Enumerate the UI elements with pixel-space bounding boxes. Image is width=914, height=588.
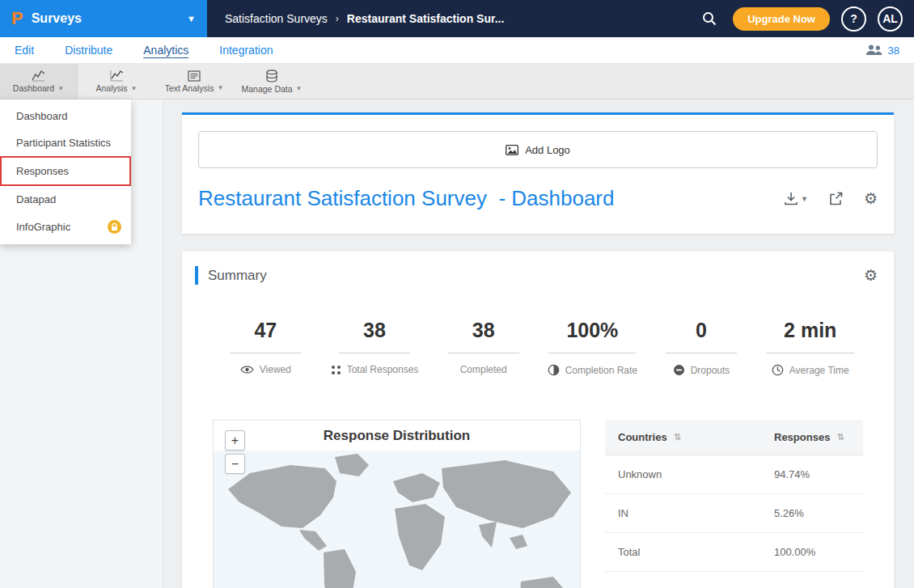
chevron-down-icon: ▼ [187, 14, 196, 23]
chevron-down-icon: ▼ [296, 85, 303, 92]
people-icon [866, 44, 882, 56]
upgrade-now-button[interactable]: Upgrade Now [733, 7, 830, 31]
sort-icon: ⇅ [836, 432, 844, 442]
menu-item-datapad[interactable]: Datapad [0, 186, 131, 213]
response-distribution-map: + − Response Distribution [213, 420, 581, 588]
summary-stats: 47 Viewed 38 [182, 319, 894, 376]
country-cell: Total [605, 533, 774, 571]
menu-item-infographic[interactable]: InfoGraphic [0, 213, 131, 241]
page-title: Restaurant Satisfaction Survey - Dashboa… [198, 186, 614, 211]
breadcrumb-separator-icon: › [336, 13, 339, 24]
avatar[interactable]: AL [878, 6, 903, 32]
premium-lock-badge [108, 220, 121, 234]
responses-count-value: 38 [888, 44, 899, 57]
summary-card: Summary ⚙ 47 Viewed [182, 252, 894, 588]
breadcrumb-parent[interactable]: Satisfaction Surveys [225, 12, 328, 25]
toolbar-dashboard-label: Dashboard [13, 83, 54, 93]
toolbar-text-analysis-label: Text Analysis [165, 83, 214, 93]
country-cell: IN [605, 494, 774, 532]
world-map [214, 451, 580, 588]
download-button[interactable]: ▼ [784, 192, 808, 205]
nav-edit[interactable]: Edit [15, 44, 34, 57]
table-row: IN 5.26% [605, 494, 863, 533]
nav-integration[interactable]: Integration [219, 44, 273, 57]
map-title: Response Distribution [214, 428, 580, 444]
analytics-toolbar: Dashboard▼ Analysis▼ Text Analysis▼ Mana… [0, 64, 914, 99]
nav-analytics[interactable]: Analytics [143, 44, 188, 57]
responses-cell: 100.00% [774, 533, 863, 571]
help-button[interactable]: ? [841, 6, 866, 32]
brand-label: Surveys [32, 11, 82, 26]
stat-completion-rate: 100% Completion Rate [538, 319, 647, 376]
stat-completed-label: Completed [460, 364, 507, 375]
toolbar-manage-data-label: Manage Data [242, 84, 293, 94]
toolbar-text-analysis[interactable]: Text Analysis▼ [155, 64, 233, 99]
summary-heading: Summary [208, 268, 267, 284]
stat-completion-rate-label: Completion Rate [565, 365, 637, 376]
stat-average-time: 2 min Average Time [755, 319, 865, 376]
stat-dropouts: 0 Dropouts [647, 319, 756, 376]
countries-table: Countries ⇅ Responses ⇅ Unknown 94.74% [605, 420, 863, 588]
map-zoom-in-button[interactable]: + [225, 430, 245, 451]
responses-cell: 5.26% [774, 494, 863, 532]
section-accent-bar [195, 266, 198, 285]
header-card: Add Logo Restaurant Satisfaction Survey … [182, 112, 894, 234]
nav-distribute[interactable]: Distribute [65, 44, 112, 57]
survey-nav: Edit Distribute Analytics Integration 38 [0, 37, 914, 64]
topbar: P Surveys ▼ Satisfaction Surveys › Resta… [0, 0, 914, 37]
responses-counter[interactable]: 38 [866, 44, 899, 57]
add-logo-label: Add Logo [525, 144, 570, 156]
topbar-actions: Upgrade Now ? AL [696, 6, 903, 32]
responses-cell: 94.74% [774, 455, 863, 493]
chevron-down-icon: ▼ [57, 85, 64, 92]
breadcrumb-current: Restaurant Satisfaction Sur... [347, 12, 505, 25]
eye-icon [240, 365, 254, 374]
minus-circle-icon [673, 364, 685, 376]
stat-dropouts-value: 0 [666, 319, 737, 353]
stat-viewed-value: 47 [230, 319, 301, 353]
toolbar-manage-data[interactable]: Manage Data▼ [233, 64, 311, 99]
download-icon [784, 192, 798, 205]
menu-item-participant-statistics[interactable]: Participant Statistics [0, 129, 131, 156]
toolbar-dashboard[interactable]: Dashboard▼ [0, 64, 78, 99]
toolbar-analysis[interactable]: Analysis▼ [78, 64, 155, 99]
menu-item-responses[interactable]: Responses [0, 156, 131, 186]
add-logo-button[interactable]: Add Logo [198, 131, 878, 168]
stat-total-responses-value: 38 [339, 319, 410, 353]
clock-icon [772, 364, 784, 376]
lock-icon [111, 223, 118, 231]
gear-icon: ⚙ [864, 189, 878, 208]
stat-completed: 38 Completed [429, 319, 538, 376]
menu-item-infographic-label: InfoGraphic [16, 221, 70, 233]
chevron-down-icon: ▼ [217, 84, 223, 91]
dashboard-dropdown-menu: Dashboard Participant Statistics Respons… [0, 99, 131, 244]
analysis-chart-icon [110, 70, 124, 82]
chevron-down-icon: ▼ [131, 85, 138, 92]
settings-button[interactable]: ⚙ [864, 189, 878, 208]
share-icon [829, 192, 843, 205]
stat-viewed: 47 Viewed [211, 319, 320, 376]
table-row: Total 100.00% [605, 533, 863, 572]
brand-switcher[interactable]: P Surveys ▼ [0, 0, 207, 37]
responses-column-header[interactable]: Responses ⇅ [774, 420, 863, 455]
half-circle-icon [548, 364, 560, 376]
sort-icon: ⇅ [674, 432, 681, 442]
gear-icon: ⚙ [864, 266, 878, 285]
database-icon [265, 70, 278, 82]
stat-average-time-value: 2 min [766, 319, 854, 353]
search-button[interactable] [696, 6, 721, 32]
stat-total-responses-label: Total Responses [347, 364, 419, 375]
share-button[interactable] [829, 192, 843, 205]
toolbar-analysis-label: Analysis [95, 83, 127, 93]
menu-item-dashboard[interactable]: Dashboard [0, 103, 131, 129]
search-icon [701, 11, 717, 27]
stat-completed-value: 38 [448, 319, 519, 353]
map-zoom-out-button[interactable]: − [225, 454, 245, 474]
countries-column-header[interactable]: Countries ⇅ [605, 420, 774, 455]
questionpro-logo: P [11, 8, 23, 29]
dashboard-chart-icon [32, 70, 45, 82]
stat-average-time-label: Average Time [789, 365, 849, 376]
table-row: Unknown 94.74% [605, 455, 863, 494]
text-analysis-icon [188, 70, 201, 82]
summary-settings-button[interactable]: ⚙ [864, 266, 878, 285]
